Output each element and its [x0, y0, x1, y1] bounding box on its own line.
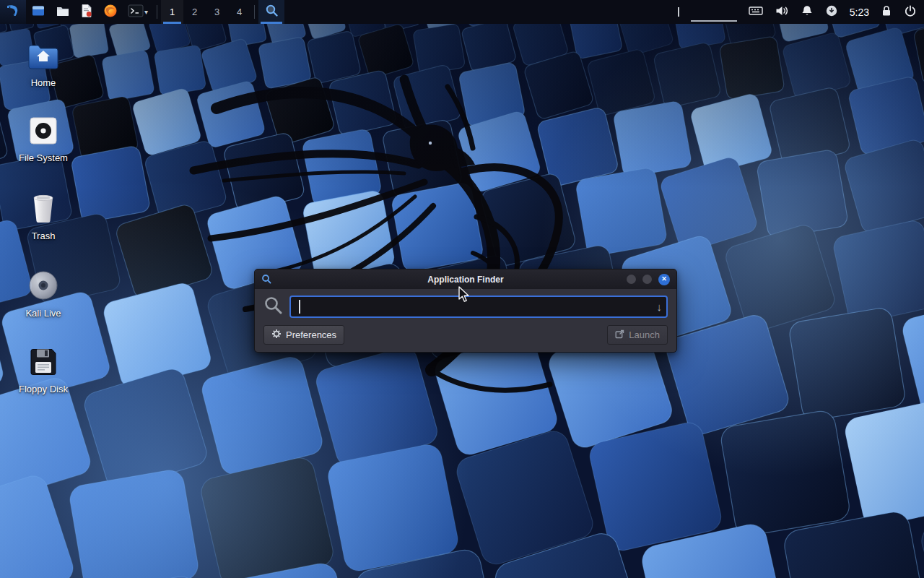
- mouse-cursor: [458, 286, 474, 306]
- gear-icon: [271, 329, 282, 341]
- workspace-label: 2: [192, 7, 197, 17]
- desktop-icon-file-system[interactable]: File System: [6, 116, 81, 163]
- panel-left-section: ▾ 1 2 3 4: [0, 0, 284, 24]
- launch-button[interactable]: Launch: [607, 325, 668, 345]
- desktop-icon-home[interactable]: Home: [6, 42, 81, 88]
- top-panel: ▾ 1 2 3 4: [0, 0, 924, 24]
- launch-icon: [615, 329, 624, 341]
- folder-launcher[interactable]: [51, 0, 75, 24]
- desktop-icon-floppy-disk[interactable]: Floppy Disk: [6, 347, 81, 394]
- window-controls: ✕: [627, 269, 670, 289]
- trash-icon: [29, 192, 58, 227]
- kali-desktop: ▾ 1 2 3 4: [0, 0, 924, 578]
- power-icon[interactable]: [904, 4, 917, 20]
- disc-icon: [27, 269, 59, 304]
- desktop-icon-kali-live[interactable]: Kali Live: [6, 269, 81, 319]
- panel-separator: [157, 5, 157, 19]
- launch-label: Launch: [629, 329, 660, 340]
- text-editor-launcher[interactable]: [75, 0, 98, 24]
- workspace-button-2[interactable]: 2: [183, 0, 206, 24]
- workspace-label: 4: [237, 7, 242, 17]
- maximize-button[interactable]: [642, 275, 652, 284]
- notifications-bell-icon[interactable]: [801, 4, 814, 20]
- panel-separator: [254, 5, 255, 19]
- text-caret: [299, 300, 300, 314]
- button-row: Preferences Launch: [263, 325, 668, 345]
- tray-underline-indicator: [691, 20, 737, 22]
- search-icon: [265, 4, 279, 20]
- terminal-launcher[interactable]: ▾: [123, 0, 153, 24]
- volume-icon[interactable]: [775, 4, 789, 20]
- desktop-icon-label: Floppy Disk: [19, 384, 68, 394]
- home-folder-icon: [27, 42, 59, 74]
- folder-icon: [56, 4, 70, 21]
- workspace-button-4[interactable]: 4: [228, 0, 250, 24]
- text-editor-icon: [80, 4, 93, 21]
- system-tray: 5:23: [678, 0, 924, 24]
- floppy-icon: [28, 347, 58, 380]
- terminal-icon: [128, 4, 144, 21]
- clock[interactable]: 5:23: [850, 7, 869, 18]
- desktop-icon-label: Home: [31, 77, 56, 88]
- desktop-icon-label: Trash: [32, 230, 56, 241]
- file-manager-launcher[interactable]: [26, 0, 51, 24]
- desktop-icon-label: File System: [19, 152, 68, 163]
- workspace-button-3[interactable]: 3: [206, 0, 228, 24]
- desktop-icon-trash[interactable]: Trash: [6, 192, 81, 241]
- preferences-button[interactable]: Preferences: [263, 325, 344, 345]
- window-search-icon: [261, 274, 271, 284]
- file-manager-icon: [31, 4, 45, 21]
- desktop-icon-column: Home File System Trash: [6, 0, 81, 578]
- search-input-wrap: ↓: [289, 296, 668, 318]
- close-button[interactable]: ✕: [658, 274, 670, 285]
- drive-icon: [28, 116, 58, 149]
- kali-menu-button[interactable]: [0, 0, 26, 24]
- appfinder-panel-button[interactable]: [258, 0, 284, 24]
- window-title: Application Finder: [427, 275, 503, 285]
- lock-icon[interactable]: [881, 4, 892, 20]
- chevron-down-icon[interactable]: ▾: [144, 8, 148, 16]
- search-input[interactable]: [289, 296, 668, 318]
- dropdown-arrow-icon[interactable]: ↓: [657, 301, 663, 313]
- workspace-label: 1: [170, 7, 175, 17]
- tray-indicator: [678, 7, 679, 17]
- desktop-icon-label: Kali Live: [25, 308, 61, 319]
- firefox-icon: [103, 4, 118, 21]
- search-icon: [263, 296, 283, 318]
- minimize-button[interactable]: [627, 275, 636, 284]
- application-finder-window: Application Finder ✕ ↓: [254, 269, 677, 353]
- workspace-button-1[interactable]: 1: [161, 0, 183, 24]
- status-icon[interactable]: [825, 4, 838, 20]
- kali-dragon-icon: [5, 3, 21, 22]
- preferences-label: Preferences: [286, 329, 336, 340]
- workspace-label: 3: [214, 7, 219, 17]
- keyboard-icon[interactable]: [749, 5, 763, 20]
- close-icon: ✕: [661, 276, 667, 282]
- firefox-launcher[interactable]: [98, 0, 123, 24]
